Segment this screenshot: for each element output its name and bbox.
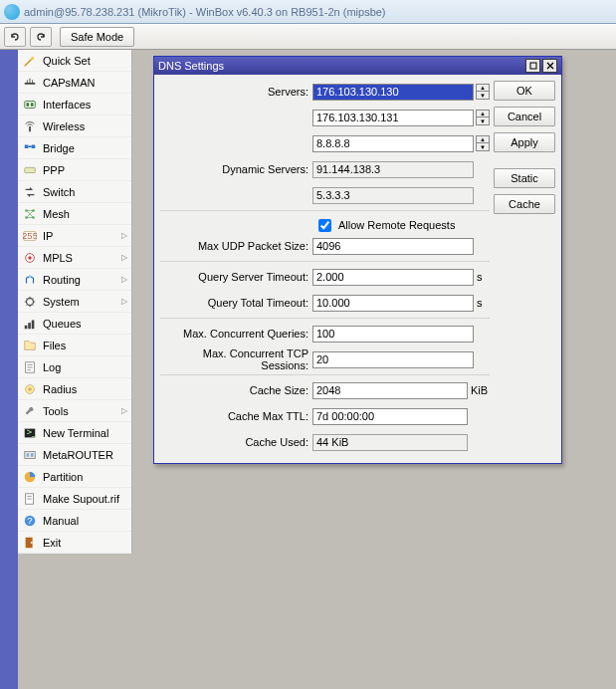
sidebar-item-manual[interactable]: ?Manual — [18, 510, 131, 532]
sidebar-item-exit[interactable]: Exit — [18, 532, 131, 554]
sidebar-item-label: Radius — [43, 383, 77, 395]
sidebar-item-ppp[interactable]: PPP — [18, 159, 131, 181]
sidebar-item-wireless[interactable]: Wireless — [18, 115, 131, 137]
svg-rect-8 — [25, 167, 36, 172]
sidebar-item-label: Wireless — [43, 120, 85, 132]
sidebar-item-capsman[interactable]: CAPsMAN — [18, 72, 131, 94]
sidebar-item-label: Manual — [43, 515, 79, 527]
cache-size-input[interactable] — [312, 382, 468, 399]
undo-button[interactable] — [4, 27, 26, 47]
sidebar-item-metarouter[interactable]: MetaROUTER — [18, 444, 131, 466]
svg-rect-5 — [29, 126, 31, 131]
sidebar-item-label: Routing — [43, 274, 81, 286]
log-icon — [22, 359, 38, 375]
svg-rect-19 — [25, 325, 28, 329]
exit-icon — [22, 535, 38, 551]
servers-spinner-0[interactable]: ▲▼ — [476, 84, 490, 100]
query-server-timeout-input[interactable] — [312, 269, 474, 286]
files-icon — [22, 338, 38, 353]
allow-remote-checkbox[interactable] — [318, 219, 331, 232]
servers-input-1[interactable] — [312, 110, 474, 126]
main-toolbar: Safe Mode — [0, 24, 616, 50]
radius-icon — [22, 381, 38, 397]
svg-rect-34 — [31, 542, 33, 544]
workspace: Quick SetCAPsMANInterfacesWirelessBridge… — [0, 50, 616, 689]
sidebar-item-new-terminal[interactable]: >_New Terminal — [18, 422, 131, 444]
sidebar-item-quick-set[interactable]: Quick Set — [18, 50, 131, 72]
svg-point-17 — [29, 275, 32, 278]
sidebar-item-mpls[interactable]: MPLS▷ — [18, 247, 131, 269]
servers-spinner-2[interactable]: ▲▼ — [476, 135, 490, 151]
safe-mode-label: Safe Mode — [71, 31, 123, 43]
allow-remote-label: Allow Remote Requests — [338, 219, 455, 231]
sidebar-item-ip[interactable]: 255IP▷ — [18, 225, 131, 247]
mesh-icon — [22, 206, 38, 222]
chevron-right-icon: ▷ — [121, 253, 127, 262]
svg-rect-1 — [25, 83, 36, 85]
svg-rect-21 — [32, 320, 35, 329]
sidebar-item-files[interactable]: Files — [18, 335, 131, 356]
queues-icon — [22, 316, 38, 332]
sidebar-item-log[interactable]: Log — [18, 356, 131, 378]
servers-input-2[interactable] — [312, 135, 474, 152]
svg-rect-7 — [32, 144, 36, 148]
sidebar-item-radius[interactable]: Radius — [18, 378, 131, 400]
sidebar-item-routing[interactable]: Routing▷ — [18, 269, 131, 291]
servers-spinner-1[interactable]: ▲▼ — [476, 110, 490, 125]
cache-used-value — [312, 434, 468, 451]
ok-button[interactable]: OK — [494, 81, 555, 101]
max-concurrent-queries-input[interactable] — [312, 326, 474, 343]
sidebar-item-label: MetaROUTER — [43, 449, 113, 461]
svg-point-24 — [28, 387, 32, 391]
dns-title-text: DNS Settings — [158, 60, 523, 72]
dns-buttons: OK Cancel Apply Static Cache — [494, 81, 555, 457]
sidebar-item-interfaces[interactable]: Interfaces — [18, 94, 131, 115]
chevron-right-icon: ▷ — [121, 297, 127, 306]
bridge-icon — [22, 140, 38, 156]
wireless-icon — [22, 118, 38, 134]
dns-form: Servers: ▲▼ ▲▼ ▲▼ Dynamic Servers: — [160, 81, 490, 457]
max-udp-input[interactable] — [312, 238, 474, 255]
sidebar-item-partition[interactable]: Partition — [18, 466, 131, 488]
sidebar-item-label: New Terminal — [43, 427, 108, 439]
max-concurrent-tcp-input[interactable] — [312, 351, 474, 368]
cancel-button[interactable]: Cancel — [494, 107, 555, 126]
dynamic-servers-label: Dynamic Servers: — [160, 163, 312, 175]
apply-button[interactable]: Apply — [494, 132, 555, 152]
safe-mode-button[interactable]: Safe Mode — [60, 27, 134, 47]
svg-rect-2 — [25, 101, 36, 108]
window-title: admin@95.78.238.231 (MikroTik) - WinBox … — [24, 6, 386, 18]
wand-icon — [22, 53, 38, 69]
sidebar-item-label: Quick Set — [43, 55, 91, 67]
sidebar-item-make-supout-rif[interactable]: Make Supout.rif — [18, 488, 131, 510]
dns-titlebar[interactable]: DNS Settings — [154, 57, 561, 75]
svg-rect-4 — [31, 103, 34, 107]
sidebar-item-label: System — [43, 296, 80, 308]
servers-input-0[interactable] — [312, 84, 474, 101]
unit-s-2: s — [474, 297, 490, 309]
sidebar-item-label: Log — [43, 361, 61, 373]
redo-button[interactable] — [30, 27, 52, 47]
sidebar-item-mesh[interactable]: Mesh — [18, 203, 131, 225]
static-button[interactable]: Static — [494, 168, 555, 188]
query-total-timeout-input[interactable] — [312, 295, 474, 312]
max-udp-label: Max UDP Packet Size: — [160, 240, 312, 252]
svg-rect-35 — [530, 63, 536, 69]
sidebar-item-label: MPLS — [43, 252, 73, 264]
svg-point-0 — [31, 56, 35, 60]
sidebar-item-label: Make Supout.rif — [43, 493, 119, 505]
cache-button[interactable]: Cache — [494, 194, 555, 214]
supout-icon — [22, 491, 38, 507]
sidebar-item-switch[interactable]: Switch — [18, 181, 131, 203]
minimize-icon[interactable] — [525, 59, 540, 73]
sidebar-item-label: PPP — [43, 164, 65, 176]
sidebar-item-label: Tools — [43, 405, 69, 417]
query-total-timeout-label: Query Total Timeout: — [160, 297, 312, 309]
svg-rect-28 — [27, 453, 30, 457]
sidebar-item-tools[interactable]: Tools▷ — [18, 400, 131, 422]
close-icon[interactable] — [542, 59, 557, 73]
sidebar-item-bridge[interactable]: Bridge — [18, 137, 131, 159]
sidebar-item-queues[interactable]: Queues — [18, 313, 131, 335]
sidebar-item-system[interactable]: System▷ — [18, 291, 131, 313]
cache-max-ttl-input[interactable] — [312, 408, 468, 425]
